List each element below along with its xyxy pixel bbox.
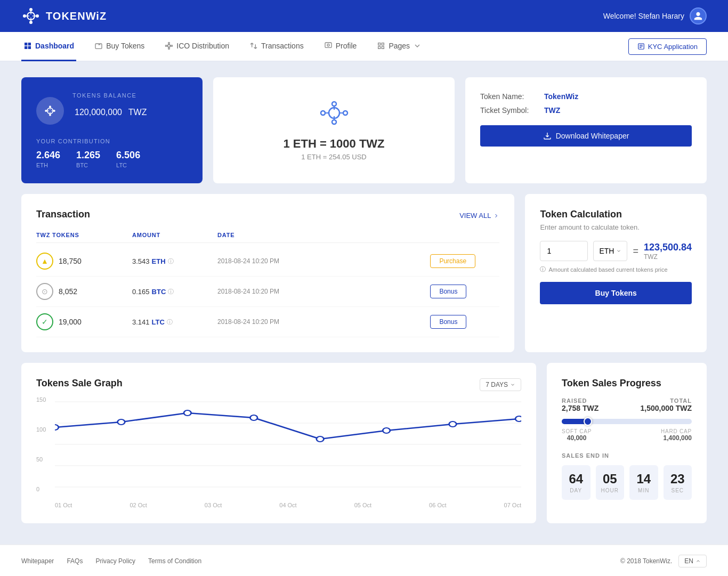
nav-buy-tokens[interactable]: Buy Tokens bbox=[92, 32, 147, 61]
svg-point-59 bbox=[449, 421, 457, 427]
nav-profile[interactable]: Profile bbox=[322, 32, 359, 61]
countdown-min: 14 MIN bbox=[629, 465, 658, 500]
svg-point-2 bbox=[29, 21, 33, 24]
balance-label: TOKENS BALANCE bbox=[72, 92, 147, 99]
calc-amount-input[interactable] bbox=[540, 241, 588, 261]
svg-rect-9 bbox=[25, 43, 27, 45]
svg-point-54 bbox=[118, 419, 125, 425]
logo[interactable]: TOKENWiZ bbox=[21, 6, 107, 26]
balance-amount: 120,000,000 TWZ bbox=[72, 102, 147, 119]
footer-whitepaper[interactable]: Whitepaper bbox=[21, 557, 54, 565]
svg-point-60 bbox=[515, 416, 521, 421]
countdown-hour: 05 HOUR bbox=[596, 465, 625, 500]
svg-point-18 bbox=[171, 45, 173, 46]
countdown: 64 DAY 05 HOUR 14 MIN 23 SEC bbox=[562, 465, 692, 500]
info-icon: ⓘ bbox=[168, 257, 174, 265]
nav-ico-distribution[interactable]: ICO Distribution bbox=[163, 32, 231, 61]
kyc-button[interactable]: KYC Application bbox=[628, 38, 707, 55]
svg-rect-11 bbox=[25, 46, 27, 48]
bottom-row: Tokens Sale Graph 7 DAYS 150 100 50 0 bbox=[21, 363, 707, 523]
svg-point-43 bbox=[343, 111, 347, 115]
svg-point-17 bbox=[166, 45, 167, 46]
pages-icon bbox=[377, 42, 385, 50]
svg-point-56 bbox=[250, 415, 257, 420]
header-right: Welcome! Stefan Harary bbox=[603, 7, 707, 25]
token-info-card: Token Name: TokenWiz Ticket Symbol: TWZ … bbox=[465, 77, 707, 183]
hard-cap: HARD CAP 1,400,000 bbox=[661, 428, 692, 442]
ltc-contribution: 6.506 LTC bbox=[116, 150, 140, 168]
dashboard-icon bbox=[23, 42, 32, 50]
eth-contribution: 2.646 ETH bbox=[36, 150, 60, 168]
logo-icon bbox=[21, 6, 41, 26]
download-whitepaper-button[interactable]: Download Whitepaper bbox=[480, 125, 692, 147]
exchange-card: 1 ETH = 1000 TWZ 1 ETH = 254.05 USD bbox=[213, 77, 455, 183]
progress-caps: SOFT CAP 40,000 HARD CAP 1,400,000 bbox=[562, 428, 692, 442]
ltc-icon: ✓ bbox=[36, 313, 53, 330]
svg-point-42 bbox=[321, 111, 325, 115]
chevron-down-icon bbox=[510, 382, 515, 387]
footer-privacy[interactable]: Privacy Policy bbox=[95, 557, 135, 565]
token-sales-card: Token Sales Progress RAISED 2,758 TWZ TO… bbox=[547, 363, 707, 523]
chevron-up-icon bbox=[695, 558, 701, 564]
y-axis-labels: 150 100 50 0 bbox=[36, 396, 46, 492]
mid-row: Transaction VIEW ALL TWZ TOKENS AMOUNT D… bbox=[21, 194, 707, 352]
svg-point-3 bbox=[23, 14, 26, 18]
chart-container: 150 100 50 0 bbox=[36, 396, 521, 508]
svg-point-31 bbox=[49, 106, 51, 108]
language-selector[interactable]: EN bbox=[678, 555, 707, 567]
transaction-header: Transaction VIEW ALL bbox=[36, 209, 499, 222]
transactions-icon bbox=[249, 42, 258, 50]
main-content: TOKENS BALANCE 120,000,000 TWZ YOUR CONT… bbox=[0, 61, 728, 539]
svg-point-33 bbox=[45, 110, 47, 112]
bonus-button-2[interactable]: Bonus bbox=[430, 315, 466, 329]
days-select[interactable]: 7 DAYS bbox=[480, 378, 521, 391]
transaction-title: Transaction bbox=[36, 209, 90, 220]
ico-icon bbox=[165, 42, 173, 50]
table-row: ✓ 19,000 3.141 LTC ⓘ 2018-08-24 10:20 PM… bbox=[36, 307, 499, 337]
navbar: Dashboard Buy Tokens ICO Distribution Tr… bbox=[0, 32, 728, 61]
download-icon bbox=[543, 132, 552, 140]
footer-faqs[interactable]: FAQs bbox=[67, 557, 83, 565]
eth-currency-select[interactable]: ETH bbox=[593, 241, 627, 261]
x-axis-labels: 01 Oct 02 Oct 03 Oct 04 Oct 05 Oct 06 Oc… bbox=[55, 502, 521, 508]
svg-point-55 bbox=[184, 410, 191, 416]
svg-rect-10 bbox=[28, 43, 31, 45]
svg-point-58 bbox=[383, 428, 390, 433]
logo-text: TOKENWiZ bbox=[46, 10, 107, 22]
svg-rect-25 bbox=[378, 43, 381, 45]
token-sales-title: Token Sales Progress bbox=[562, 378, 692, 389]
svg-point-1 bbox=[29, 8, 33, 11]
table-row: ▲ 18,750 3.543 ETH ⓘ 2018-08-24 10:20 PM… bbox=[36, 246, 499, 277]
info-icon: ⓘ bbox=[168, 288, 174, 296]
chart-svg bbox=[55, 396, 521, 498]
graph-title: Tokens Sale Graph bbox=[36, 378, 123, 389]
purchase-button[interactable]: Purchase bbox=[430, 254, 475, 268]
transaction-card: Transaction VIEW ALL TWZ TOKENS AMOUNT D… bbox=[21, 194, 514, 352]
svg-point-53 bbox=[55, 425, 59, 430]
svg-point-16 bbox=[168, 48, 170, 50]
nav-pages[interactable]: Pages bbox=[375, 32, 424, 61]
progress-thumb bbox=[584, 417, 592, 426]
balance-icon bbox=[36, 97, 64, 125]
balance-card: TOKENS BALANCE 120,000,000 TWZ YOUR CONT… bbox=[21, 77, 203, 183]
view-all-link[interactable]: VIEW ALL bbox=[459, 212, 499, 220]
svg-point-34 bbox=[53, 110, 55, 112]
nav-transactions[interactable]: Transactions bbox=[247, 32, 306, 61]
chevron-down-icon bbox=[413, 42, 422, 50]
countdown-sec: 23 SEC bbox=[664, 465, 692, 500]
svg-rect-28 bbox=[382, 46, 384, 48]
calc-result: 123,500.84 TWZ bbox=[644, 242, 692, 261]
svg-point-15 bbox=[168, 42, 170, 44]
footer-terms[interactable]: Terms of Condition bbox=[148, 557, 201, 565]
svg-point-4 bbox=[36, 14, 39, 18]
avatar[interactable] bbox=[690, 7, 707, 25]
arrow-right-icon bbox=[493, 213, 499, 219]
bonus-button-1[interactable]: Bonus bbox=[430, 285, 466, 298]
graph-card: Tokens Sale Graph 7 DAYS 150 100 50 0 bbox=[21, 363, 536, 523]
nav-dashboard[interactable]: Dashboard bbox=[21, 32, 76, 61]
btc-icon: ⊙ bbox=[36, 283, 53, 300]
contribution-row: 2.646 ETH 1.265 BTC 6.506 LTC bbox=[36, 150, 188, 168]
buy-tokens-button[interactable]: Buy Tokens bbox=[540, 282, 692, 304]
svg-rect-26 bbox=[382, 43, 384, 45]
contribution-label: YOUR CONTRIBUTION bbox=[36, 138, 188, 144]
